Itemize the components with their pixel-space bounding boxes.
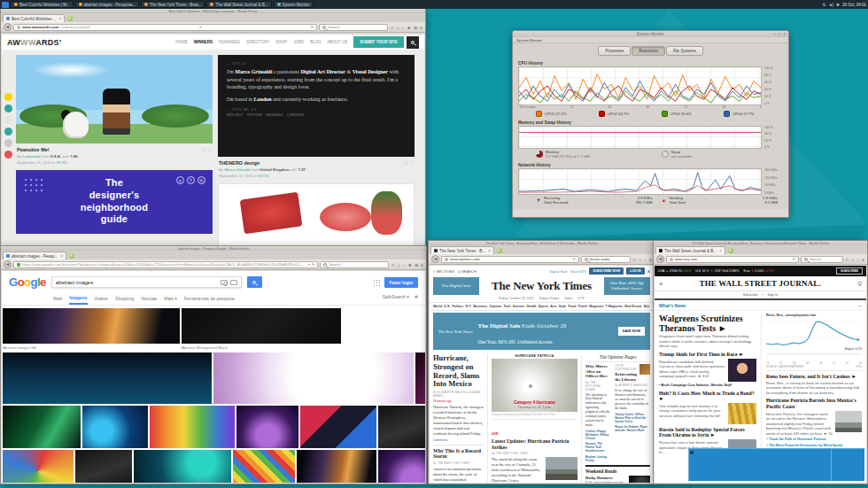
- image-thumbnail[interactable]: [213, 352, 414, 404]
- nav-item[interactable]: Business: [473, 305, 487, 308]
- rail-icon[interactable]: [4, 128, 12, 136]
- comments-link[interactable]: Comments: [433, 438, 484, 442]
- nav-item[interactable]: T Magazine: [606, 305, 623, 308]
- image-thumbnail[interactable]: [3, 352, 212, 404]
- save-now-button[interactable]: SAVE NOW: [618, 327, 645, 336]
- tab-videos[interactable]: Vídeos: [95, 296, 109, 304]
- settings-gear-icon[interactable]: ✻: [647, 269, 650, 274]
- settings-gear-icon[interactable]: ✻: [836, 3, 840, 7]
- log-in-button[interactable]: LOG IN: [626, 267, 644, 275]
- opinion-link[interactable]: Room for Debate: Ryan and the 'Hastert R…: [615, 425, 650, 432]
- bookmark-star-icon[interactable]: ☆: [391, 262, 394, 267]
- google-search-button[interactable]: [247, 276, 262, 288]
- storm-photo[interactable]: [546, 457, 577, 480]
- nav-item[interactable]: Magazine: [589, 305, 603, 308]
- awwwards-logo[interactable]: AWWWARDS': [7, 38, 61, 47]
- maximize-icon[interactable]: ▢: [778, 32, 781, 36]
- wsj-logo[interactable]: THE WALL STREET JOURNAL.: [663, 279, 857, 288]
- reload-icon[interactable]: ⟳: [312, 262, 315, 267]
- bookmark-star-icon[interactable]: ☆: [632, 257, 636, 262]
- download-icon[interactable]: ↓: [645, 257, 647, 262]
- digital-sale-banner[interactable]: The New York Times The Digital Sale Ends…: [433, 313, 650, 350]
- headline[interactable]: Why This Is a Record Storm: [433, 448, 484, 460]
- url-bar[interactable]: www.wsj.com⟳: [666, 256, 799, 263]
- opinion-link[interactable]: Nocera: The Patent Troll Smokescreen: [585, 442, 611, 453]
- tab-web[interactable]: Web: [53, 296, 62, 304]
- nyt-search[interactable]: Q SEARCH: [458, 269, 477, 274]
- like-icon[interactable]: ☐ ♡: [404, 160, 414, 166]
- digital-sale-link[interactable]: Digital Sale · Save 60%: [549, 269, 586, 274]
- social-links[interactable]: BEHANCE · TWITTER · DRIBBBLE · LINKEDIN: [227, 113, 406, 117]
- ticker-item[interactable]: U.S. 10 Yr ▼ -9/32 Yield 2.086%: [695, 269, 739, 273]
- hurricane-satellite-image[interactable]: Category 4 Hurricane Thursday Oct. 22, 1…: [492, 359, 577, 412]
- download-icon[interactable]: ↓: [403, 262, 406, 267]
- digital-sale-promo-left[interactable]: The Digital Sale: [433, 277, 479, 295]
- tab-images[interactable]: Imagens: [69, 295, 87, 305]
- reload-icon[interactable]: ⟳: [793, 257, 796, 261]
- menu-circle-icon[interactable]: ≡: [176, 176, 184, 184]
- taskbar-window-button[interactable]: The Wall Street Journal & B...: [206, 1, 271, 8]
- image-thumbnail[interactable]: [82, 406, 148, 448]
- close-icon[interactable]: ×: [783, 32, 786, 36]
- search-bar[interactable]: Search: [320, 261, 389, 268]
- menu-icon[interactable]: ≡: [862, 257, 864, 262]
- subscribe-link[interactable]: Subscribe: [743, 293, 758, 297]
- taskbar-window-button[interactable]: The New York Times - Brea...: [141, 1, 205, 8]
- headline[interactable]: Risky Business: [585, 476, 626, 481]
- nav-blog[interactable]: BLOG: [310, 40, 322, 44]
- safesearch-dropdown[interactable]: SafeSearch ▾: [383, 294, 409, 302]
- taskbar-window-button[interactable]: System Monitor: [274, 1, 314, 8]
- search-by-image-icon[interactable]: [221, 280, 228, 285]
- headline[interactable]: Russia Said to Redeploy Special Forces F…: [659, 427, 756, 438]
- nav-item[interactable]: Food: [569, 305, 577, 308]
- new-tab-button[interactable]: [497, 248, 502, 253]
- image-thumbnail[interactable]: [236, 406, 298, 448]
- rail-icon[interactable]: [4, 93, 12, 101]
- subscribe-now-button[interactable]: SUBSCRIBE NOW: [589, 267, 624, 275]
- opinion-headline[interactable]: Wise Moves After an Officer Dies: [585, 364, 611, 379]
- tab-shopping[interactable]: Shopping: [115, 296, 134, 304]
- menu-icon[interactable]: ≡: [649, 257, 652, 262]
- google-logo[interactable]: Google: [9, 275, 46, 289]
- image-thumbnail[interactable]: [134, 450, 231, 483]
- network-icon[interactable]: ⇅: [822, 3, 825, 7]
- url-bar[interactable]: www.awwwards.com/websites/colorful/▾⟳: [13, 24, 317, 31]
- nav-item[interactable]: Science: [513, 305, 525, 308]
- close-tab-icon[interactable]: ×: [58, 16, 61, 21]
- back-button[interactable]: ◄: [656, 255, 664, 263]
- headline[interactable]: Hurricane Patricia Barrels Into Mexico's…: [766, 398, 862, 409]
- url-bar[interactable]: https://www.google.com.br/search?q=abstr…: [13, 261, 318, 268]
- image-thumbnail[interactable]: [75, 450, 132, 483]
- browser-tab[interactable]: The New York Times - B...×: [430, 246, 494, 254]
- download-icon[interactable]: ↓: [857, 257, 860, 262]
- search-input[interactable]: abstract images: [51, 276, 242, 288]
- nav-item[interactable]: Health: [527, 305, 537, 308]
- window-titlebar[interactable]: System Monitor – ▢ ×: [513, 31, 788, 37]
- thenero-thumbnail[interactable]: — HELLO I'm Marco Grimaldi a passionate …: [218, 55, 415, 157]
- back-button[interactable]: ◄: [4, 260, 12, 268]
- browser-tab[interactable]: The Wall Street Journal & B...×: [655, 246, 725, 254]
- image-caption[interactable]: Abstract Background Black: [182, 345, 341, 350]
- new-tab-button[interactable]: [67, 16, 73, 21]
- nav-item[interactable]: ALL: [644, 305, 650, 308]
- home-icon[interactable]: ⌂: [397, 25, 399, 30]
- nav-item[interactable]: Tech: [503, 305, 510, 308]
- image-thumbnail[interactable]: [3, 406, 81, 448]
- nav-item[interactable]: Opinion: [490, 305, 502, 308]
- article-photo[interactable]: [728, 403, 756, 424]
- headline[interactable]: Latest Updates: Hurricane Patricia Strik…: [492, 438, 577, 450]
- nav-winners[interactable]: WINNERS: [194, 40, 213, 44]
- headline[interactable]: Reno Sees Future, and It Isn't Casinos ►: [766, 374, 862, 380]
- nav-item[interactable]: Sports: [539, 305, 548, 308]
- tab-processes[interactable]: Processes: [598, 46, 631, 56]
- nav-item[interactable]: Style: [559, 305, 567, 308]
- collapse-icon[interactable]: —: [857, 303, 862, 308]
- nav-item[interactable]: Travel: [578, 305, 587, 308]
- tab-file-systems[interactable]: File Systems: [666, 46, 703, 56]
- taskbar-window-button[interactable]: Best Colorful Websites | W...: [11, 1, 74, 8]
- sign-in-button[interactable]: Fazer login: [384, 277, 418, 288]
- share-circle-icon[interactable]: ⇱: [198, 176, 205, 184]
- sections-menu[interactable]: ≡ SECTIONS: [433, 269, 454, 274]
- opinion-link[interactable]: Boylan: Loving Freely: [585, 455, 611, 462]
- nav-item[interactable]: Arts: [550, 305, 556, 308]
